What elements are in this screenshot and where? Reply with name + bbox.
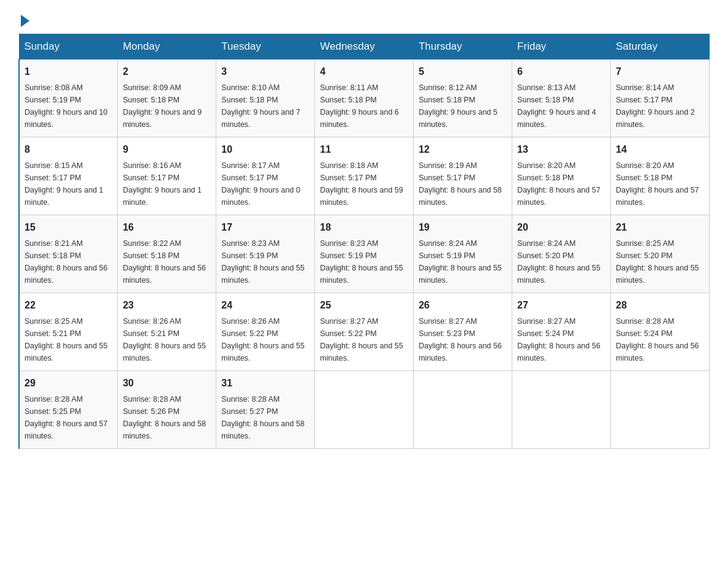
day-number: 12 [419, 142, 507, 157]
column-header-tuesday: Tuesday [216, 34, 315, 59]
calendar-day-cell: 3Sunrise: 8:10 AMSunset: 5:18 PMDaylight… [216, 59, 315, 137]
day-info: Sunrise: 8:08 AMSunset: 5:19 PMDaylight:… [25, 83, 108, 129]
day-number: 19 [419, 220, 507, 235]
day-number: 17 [221, 220, 309, 235]
calendar-day-cell: 4Sunrise: 8:11 AMSunset: 5:18 PMDaylight… [315, 59, 414, 137]
calendar-day-cell: 19Sunrise: 8:24 AMSunset: 5:19 PMDayligh… [414, 215, 512, 293]
day-info: Sunrise: 8:28 AMSunset: 5:25 PMDaylight:… [25, 395, 108, 440]
day-number: 4 [320, 64, 408, 79]
column-header-monday: Monday [118, 34, 216, 59]
day-info: Sunrise: 8:27 AMSunset: 5:24 PMDaylight:… [517, 317, 601, 362]
day-number: 24 [221, 298, 309, 313]
calendar-day-cell: 27Sunrise: 8:27 AMSunset: 5:24 PMDayligh… [512, 293, 611, 371]
calendar-header-row: SundayMondayTuesdayWednesdayThursdayFrid… [19, 34, 710, 59]
calendar-day-cell: 18Sunrise: 8:23 AMSunset: 5:19 PMDayligh… [315, 215, 414, 293]
day-number: 27 [517, 298, 605, 313]
day-number: 16 [123, 220, 211, 235]
day-number: 15 [25, 220, 112, 235]
day-info: Sunrise: 8:27 AMSunset: 5:23 PMDaylight:… [419, 317, 502, 362]
calendar-day-cell [512, 371, 611, 449]
day-info: Sunrise: 8:17 AMSunset: 5:17 PMDaylight:… [221, 161, 300, 207]
day-info: Sunrise: 8:13 AMSunset: 5:18 PMDaylight:… [517, 83, 596, 129]
column-header-wednesday: Wednesday [315, 34, 414, 59]
day-number: 14 [616, 142, 704, 157]
day-number: 5 [419, 64, 507, 79]
calendar-day-cell: 9Sunrise: 8:16 AMSunset: 5:17 PMDaylight… [118, 137, 216, 215]
day-info: Sunrise: 8:26 AMSunset: 5:22 PMDaylight:… [221, 317, 305, 362]
calendar-week-row: 15Sunrise: 8:21 AMSunset: 5:18 PMDayligh… [19, 215, 710, 293]
day-info: Sunrise: 8:18 AMSunset: 5:17 PMDaylight:… [320, 161, 403, 207]
day-number: 2 [123, 64, 211, 79]
calendar-day-cell: 16Sunrise: 8:22 AMSunset: 5:18 PMDayligh… [118, 215, 216, 293]
day-number: 28 [616, 298, 704, 313]
calendar-day-cell: 25Sunrise: 8:27 AMSunset: 5:22 PMDayligh… [315, 293, 414, 371]
calendar-day-cell: 28Sunrise: 8:28 AMSunset: 5:24 PMDayligh… [611, 293, 710, 371]
day-number: 31 [221, 376, 309, 391]
day-info: Sunrise: 8:25 AMSunset: 5:20 PMDaylight:… [616, 239, 699, 285]
day-info: Sunrise: 8:11 AMSunset: 5:18 PMDaylight:… [320, 83, 399, 129]
calendar-day-cell: 26Sunrise: 8:27 AMSunset: 5:23 PMDayligh… [414, 293, 512, 371]
calendar-day-cell: 6Sunrise: 8:13 AMSunset: 5:18 PMDaylight… [512, 59, 611, 137]
day-number: 29 [25, 376, 112, 391]
day-info: Sunrise: 8:28 AMSunset: 5:26 PMDaylight:… [123, 395, 206, 440]
day-info: Sunrise: 8:24 AMSunset: 5:19 PMDaylight:… [419, 239, 502, 285]
calendar-day-cell: 2Sunrise: 8:09 AMSunset: 5:18 PMDaylight… [118, 59, 216, 137]
day-info: Sunrise: 8:15 AMSunset: 5:17 PMDaylight:… [25, 161, 104, 207]
calendar-day-cell: 1Sunrise: 8:08 AMSunset: 5:19 PMDaylight… [19, 59, 118, 137]
column-header-friday: Friday [512, 34, 611, 59]
day-info: Sunrise: 8:10 AMSunset: 5:18 PMDaylight:… [221, 83, 300, 129]
day-info: Sunrise: 8:26 AMSunset: 5:21 PMDaylight:… [123, 317, 206, 362]
calendar-day-cell: 8Sunrise: 8:15 AMSunset: 5:17 PMDaylight… [19, 137, 118, 215]
calendar-week-row: 8Sunrise: 8:15 AMSunset: 5:17 PMDaylight… [19, 137, 710, 215]
day-number: 10 [221, 142, 309, 157]
day-info: Sunrise: 8:09 AMSunset: 5:18 PMDaylight:… [123, 83, 202, 129]
calendar-day-cell: 24Sunrise: 8:26 AMSunset: 5:22 PMDayligh… [216, 293, 315, 371]
calendar-day-cell: 15Sunrise: 8:21 AMSunset: 5:18 PMDayligh… [19, 215, 118, 293]
day-info: Sunrise: 8:24 AMSunset: 5:20 PMDaylight:… [517, 239, 601, 285]
day-info: Sunrise: 8:23 AMSunset: 5:19 PMDaylight:… [320, 239, 403, 285]
day-info: Sunrise: 8:27 AMSunset: 5:22 PMDaylight:… [320, 317, 403, 362]
column-header-saturday: Saturday [611, 34, 710, 59]
day-info: Sunrise: 8:22 AMSunset: 5:18 PMDaylight:… [123, 239, 206, 285]
day-number: 30 [123, 376, 211, 391]
calendar-day-cell [315, 371, 414, 449]
day-info: Sunrise: 8:21 AMSunset: 5:18 PMDaylight:… [25, 239, 108, 285]
day-number: 1 [25, 64, 112, 79]
calendar-day-cell: 13Sunrise: 8:20 AMSunset: 5:18 PMDayligh… [512, 137, 611, 215]
day-number: 3 [221, 64, 309, 79]
day-info: Sunrise: 8:23 AMSunset: 5:19 PMDaylight:… [221, 239, 305, 285]
calendar-day-cell: 29Sunrise: 8:28 AMSunset: 5:25 PMDayligh… [19, 371, 118, 449]
day-info: Sunrise: 8:25 AMSunset: 5:21 PMDaylight:… [25, 317, 108, 362]
day-info: Sunrise: 8:20 AMSunset: 5:18 PMDaylight:… [517, 161, 601, 207]
calendar-day-cell: 22Sunrise: 8:25 AMSunset: 5:21 PMDayligh… [19, 293, 118, 371]
day-number: 25 [320, 298, 408, 313]
day-info: Sunrise: 8:19 AMSunset: 5:17 PMDaylight:… [419, 161, 502, 207]
calendar-day-cell: 11Sunrise: 8:18 AMSunset: 5:17 PMDayligh… [315, 137, 414, 215]
calendar-day-cell: 20Sunrise: 8:24 AMSunset: 5:20 PMDayligh… [512, 215, 611, 293]
day-number: 6 [517, 64, 605, 79]
day-info: Sunrise: 8:28 AMSunset: 5:27 PMDaylight:… [221, 395, 305, 440]
calendar-day-cell: 7Sunrise: 8:14 AMSunset: 5:17 PMDaylight… [611, 59, 710, 137]
calendar-day-cell: 30Sunrise: 8:28 AMSunset: 5:26 PMDayligh… [118, 371, 216, 449]
day-number: 7 [616, 64, 704, 79]
calendar-week-row: 1Sunrise: 8:08 AMSunset: 5:19 PMDaylight… [19, 59, 710, 137]
day-info: Sunrise: 8:28 AMSunset: 5:24 PMDaylight:… [616, 317, 699, 362]
calendar-day-cell: 17Sunrise: 8:23 AMSunset: 5:19 PMDayligh… [216, 215, 315, 293]
calendar-day-cell: 23Sunrise: 8:26 AMSunset: 5:21 PMDayligh… [118, 293, 216, 371]
calendar-week-row: 29Sunrise: 8:28 AMSunset: 5:25 PMDayligh… [19, 371, 710, 449]
column-header-thursday: Thursday [414, 34, 512, 59]
day-number: 8 [25, 142, 112, 157]
calendar-day-cell: 21Sunrise: 8:25 AMSunset: 5:20 PMDayligh… [611, 215, 710, 293]
day-info: Sunrise: 8:12 AMSunset: 5:18 PMDaylight:… [419, 83, 498, 129]
day-info: Sunrise: 8:16 AMSunset: 5:17 PMDaylight:… [123, 161, 202, 207]
calendar-day-cell [611, 371, 710, 449]
day-number: 18 [320, 220, 408, 235]
day-number: 23 [123, 298, 211, 313]
calendar-day-cell: 14Sunrise: 8:20 AMSunset: 5:18 PMDayligh… [611, 137, 710, 215]
logo [18, 12, 29, 25]
calendar-day-cell: 31Sunrise: 8:28 AMSunset: 5:27 PMDayligh… [216, 371, 315, 449]
calendar-day-cell: 10Sunrise: 8:17 AMSunset: 5:17 PMDayligh… [216, 137, 315, 215]
day-number: 20 [517, 220, 605, 235]
day-number: 26 [419, 298, 507, 313]
calendar-day-cell: 12Sunrise: 8:19 AMSunset: 5:17 PMDayligh… [414, 137, 512, 215]
